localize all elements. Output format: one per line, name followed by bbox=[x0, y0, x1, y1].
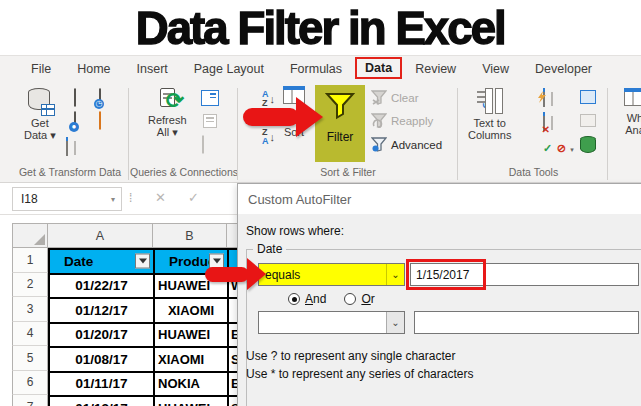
tab-home[interactable]: Home bbox=[64, 58, 123, 80]
or-radio-label: Or bbox=[361, 292, 374, 306]
ttc-label-line1: Text to bbox=[474, 117, 506, 129]
row-header-4[interactable]: 4 bbox=[12, 322, 48, 347]
name-box[interactable]: I18 ▾ bbox=[12, 187, 122, 211]
formula-bar-divider: ⁞ bbox=[129, 191, 132, 205]
tab-review[interactable]: Review bbox=[402, 58, 469, 80]
wildcard-hint-series: Use * to represent any series of charact… bbox=[246, 367, 473, 381]
tab-developer[interactable]: Developer bbox=[522, 58, 605, 80]
web-file-icon: ● bbox=[74, 111, 76, 130]
cell-b3[interactable]: XIAOMI bbox=[155, 299, 229, 324]
custom-autofilter-dialog: Custom AutoFilter Show rows where: Date … bbox=[237, 183, 641, 406]
clock-file-icon: ◷ bbox=[99, 88, 101, 107]
column-header-a[interactable]: A bbox=[48, 223, 153, 248]
cell-a5[interactable]: 01/08/17 bbox=[50, 348, 155, 373]
what-if-analysis-button[interactable]: Wh Ana bbox=[615, 88, 641, 136]
whatif-label-line2: Ana bbox=[625, 124, 641, 136]
reapply-label: Reapply bbox=[391, 115, 433, 127]
reapply-filter-button-disabled: Reapply bbox=[371, 113, 433, 128]
cell-a4[interactable]: 01/20/17 bbox=[50, 324, 155, 349]
remove-duplicates-button[interactable]: ✕ bbox=[543, 113, 545, 131]
header-cell-date[interactable]: Date bbox=[50, 250, 155, 275]
value2-input[interactable] bbox=[414, 311, 639, 334]
and-radio[interactable]: And bbox=[288, 292, 326, 306]
row-header-5[interactable]: 5 bbox=[12, 346, 48, 371]
row-header-3[interactable]: 3 bbox=[12, 297, 48, 322]
dialog-titlebar[interactable]: Custom AutoFilter bbox=[238, 184, 641, 214]
row-header-column: 1 2 3 4 5 6 7 bbox=[12, 248, 48, 406]
row-header-7[interactable]: 7 bbox=[12, 395, 48, 406]
operator1-dropdown-icon[interactable]: ⌄ bbox=[386, 264, 404, 285]
tab-data[interactable]: Data bbox=[355, 57, 402, 79]
name-box-value: I18 bbox=[21, 192, 38, 206]
ttc-label-line2: Columns bbox=[468, 129, 511, 141]
cell-b5[interactable]: XIAOMI bbox=[155, 348, 229, 373]
tab-file[interactable]: File bbox=[18, 58, 64, 80]
dropdown-arrow-icon: ▾ bbox=[570, 146, 574, 153]
refresh-all-button[interactable]: ⟳ Refresh All ▾ bbox=[148, 88, 187, 138]
cell-b6[interactable]: NOKIA bbox=[155, 373, 229, 398]
value1-red-annotation-box bbox=[406, 259, 486, 290]
column-header-b[interactable]: B bbox=[153, 223, 227, 248]
data-validation-button[interactable]: ✓ ⊘ ▾ bbox=[543, 138, 574, 156]
database-icon bbox=[28, 88, 52, 114]
refresh-all-label-line2: All ▾ bbox=[157, 126, 178, 138]
cell-b7[interactable]: HUAWEI bbox=[155, 397, 229, 406]
refresh-all-label-line1: Refresh bbox=[148, 114, 187, 126]
cell-a3[interactable]: 01/12/17 bbox=[50, 299, 155, 324]
advanced-label: Advanced bbox=[391, 139, 442, 151]
recent-sources-button[interactable]: ◷ bbox=[99, 89, 101, 107]
row-header-2[interactable]: 2 bbox=[12, 273, 48, 298]
or-radio-icon bbox=[344, 293, 356, 305]
tab-formulas[interactable]: Formulas bbox=[277, 58, 355, 80]
get-data-label-line2: Data ▾ bbox=[24, 129, 56, 141]
date-filter-dropdown-button[interactable] bbox=[135, 254, 150, 269]
name-box-dropdown-icon[interactable]: ▾ bbox=[111, 195, 121, 204]
and-or-radio-group: And Or bbox=[288, 292, 375, 306]
cell-a6[interactable]: 01/11/17 bbox=[50, 373, 155, 398]
cell-a2[interactable]: 01/22/17 bbox=[50, 275, 155, 300]
cell-b4[interactable]: HUAWEI bbox=[155, 324, 229, 349]
from-web-button[interactable]: ● bbox=[74, 112, 76, 130]
filter-label: Filter bbox=[327, 130, 354, 144]
validation-block-icon: ⊘ bbox=[557, 142, 566, 154]
or-radio[interactable]: Or bbox=[344, 292, 374, 306]
tab-insert[interactable]: Insert bbox=[124, 58, 181, 80]
group-label-sort-filter: Sort & Filter bbox=[240, 166, 456, 178]
wildcard-hint-single: Use ? to represent any single character bbox=[246, 349, 455, 363]
page-title: Data Filter in Excel bbox=[136, 0, 505, 55]
get-data-button[interactable]: Get Data ▾ bbox=[24, 88, 56, 141]
get-data-label-line1: Get bbox=[31, 117, 49, 129]
flash-fill-button[interactable] bbox=[543, 89, 545, 107]
text-to-columns-button[interactable]: ⤷ Text to Columns bbox=[468, 88, 511, 141]
properties-button-disabled bbox=[203, 114, 217, 128]
refresh-icon: ⟳ bbox=[160, 88, 175, 111]
advanced-filter-button[interactable]: Advanced bbox=[371, 137, 442, 152]
existing-connections-button[interactable] bbox=[99, 112, 101, 130]
select-all-corner[interactable] bbox=[12, 223, 48, 248]
and-radio-label: And bbox=[305, 292, 326, 306]
text-to-columns-icon: ⤷ bbox=[477, 88, 503, 114]
and-radio-icon bbox=[288, 293, 300, 305]
operator2-combobox[interactable]: ⌄ bbox=[258, 311, 405, 334]
row-header-1[interactable]: 1 bbox=[12, 248, 48, 273]
from-table-range-button[interactable] bbox=[66, 138, 68, 156]
operator2-dropdown-icon[interactable]: ⌄ bbox=[386, 312, 404, 333]
cancel-icon[interactable]: ✕ bbox=[155, 190, 166, 205]
text-file-icon bbox=[74, 88, 76, 107]
validation-check-icon: ✓ bbox=[543, 142, 552, 154]
group-separator bbox=[457, 88, 458, 180]
cell-a7[interactable]: 01/13/17 bbox=[50, 397, 155, 406]
enter-icon[interactable]: ✓ bbox=[188, 190, 199, 205]
funnel-icon bbox=[325, 92, 355, 120]
row-header-6[interactable]: 6 bbox=[12, 371, 48, 396]
tab-view[interactable]: View bbox=[469, 58, 522, 80]
operator1-combobox[interactable]: equals ⌄ bbox=[258, 263, 405, 286]
consolidate-button[interactable] bbox=[580, 90, 596, 104]
edit-links-button-disabled bbox=[202, 136, 204, 154]
group-label-queries: Queries & Connections bbox=[130, 166, 237, 178]
from-text-csv-button[interactable] bbox=[74, 89, 76, 107]
title-banner: Data Filter in Excel bbox=[0, 0, 641, 55]
group-label-get-transform: Get & Transform Data bbox=[12, 166, 128, 178]
queries-connections-pane-button[interactable] bbox=[201, 90, 219, 106]
tab-page-layout[interactable]: Page Layout bbox=[181, 58, 277, 80]
